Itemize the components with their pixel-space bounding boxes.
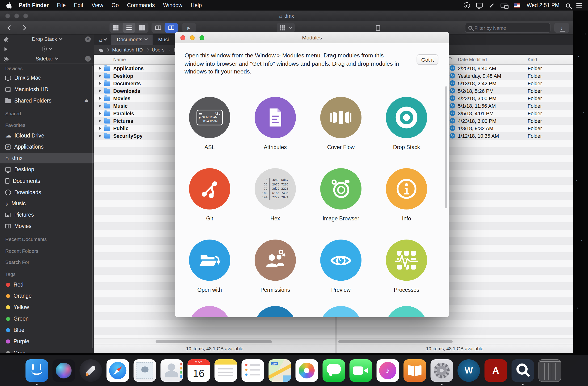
close-dialog-button[interactable] xyxy=(180,35,185,40)
module-partial-3[interactable] xyxy=(311,306,371,317)
sidebar-tag-blue[interactable]: Blue xyxy=(0,325,94,336)
pen-status-icon[interactable] xyxy=(490,3,494,8)
scrollbar-thumb[interactable] xyxy=(338,340,453,343)
system-preferences-dock-icon[interactable] xyxy=(430,359,453,382)
module-git[interactable]: Git xyxy=(180,168,239,222)
module-processes[interactable]: Processes xyxy=(377,240,437,293)
displays-status-icon[interactable] xyxy=(501,3,507,8)
sidebar-tag-green[interactable]: Green xyxy=(0,314,94,324)
sidebar-scrollbar[interactable] xyxy=(92,66,93,348)
module-preview[interactable]: Preview xyxy=(311,240,371,293)
download-button[interactable]: ↓ xyxy=(554,23,569,33)
sidebar-tag-purple[interactable]: Purple xyxy=(0,336,94,346)
itunes-dock-icon[interactable]: ♪ xyxy=(377,359,399,382)
menu-clock[interactable]: Wed 2:51 PM xyxy=(527,2,559,8)
quicktime-dock-icon[interactable] xyxy=(512,359,534,382)
dialog-scrollbar[interactable] xyxy=(445,87,447,209)
view-options-dropdown[interactable] xyxy=(277,23,295,33)
module-attributes[interactable]: Attributes xyxy=(245,97,305,150)
contacts-dock-icon[interactable] xyxy=(160,359,183,382)
sidebar-item-dmxs-mac[interactable]: Dmx's Mac xyxy=(0,72,94,83)
filter-field[interactable] xyxy=(465,23,550,33)
facetime-dock-icon[interactable] xyxy=(349,359,372,382)
sidebar-item-applications[interactable]: AApplications xyxy=(0,141,94,152)
disclosure-triangle-icon[interactable] xyxy=(99,119,102,122)
sidebar-tag-orange[interactable]: Orange xyxy=(0,291,94,301)
column-date-modified[interactable]: Date Modified xyxy=(458,57,487,62)
sidebar-item-music[interactable]: ♪Music xyxy=(0,198,94,209)
spotlight-search-icon[interactable] xyxy=(566,3,570,7)
close-panel-icon[interactable]: × xyxy=(85,36,91,42)
minimize-window-button[interactable] xyxy=(14,13,19,19)
disclosure-triangle-icon[interactable] xyxy=(99,89,102,92)
back-button[interactable] xyxy=(4,23,16,33)
list-view-button[interactable] xyxy=(123,23,135,33)
column-name[interactable]: Name xyxy=(113,57,126,62)
launchpad-dock-icon[interactable] xyxy=(80,359,102,382)
location-status-icon[interactable] xyxy=(464,2,470,8)
icon-view-button[interactable] xyxy=(109,23,123,33)
module-info[interactable]: Info xyxy=(377,168,437,222)
display-status-icon[interactable] xyxy=(476,3,483,8)
disclosure-triangle-icon[interactable] xyxy=(99,135,102,137)
sidebar-item-pictures[interactable]: Pictures xyxy=(0,209,94,220)
module-image-browser[interactable]: Image Browser xyxy=(311,168,371,222)
sidebar-tag-yellow[interactable]: Yellow xyxy=(0,302,94,313)
clipboard-button[interactable] xyxy=(372,23,384,33)
sidebar-tag-gray[interactable]: Gray xyxy=(0,348,94,353)
us-flag-icon[interactable] xyxy=(514,3,520,7)
apple-menu-icon[interactable] xyxy=(6,2,12,8)
menu-help[interactable]: Help xyxy=(186,2,206,8)
trash-dock-icon[interactable] xyxy=(538,359,561,382)
gear-icon[interactable] xyxy=(4,57,9,62)
disclosure-triangle-icon[interactable] xyxy=(99,97,102,100)
module-open-with[interactable]: Open with xyxy=(180,240,239,293)
calendar-dock-icon[interactable]: MAY16 xyxy=(188,359,210,382)
zoom-dialog-button[interactable] xyxy=(199,35,204,40)
sidebar-item-desktop[interactable]: Desktop xyxy=(0,164,94,175)
module-cover-flow[interactable]: Cover Flow xyxy=(311,97,371,150)
sidebar-item-shared-folders[interactable]: Shared Folders⏏ xyxy=(0,95,94,106)
module-asl[interactable]: ASL ▶08:24:12 AM 08:24:12 AM ASL xyxy=(180,97,239,150)
disclosure-triangle-icon[interactable] xyxy=(99,112,102,115)
w-app-dock-icon[interactable]: W xyxy=(458,359,480,382)
dialog-title-bar[interactable]: Modules xyxy=(175,32,449,43)
section-recent-folders[interactable]: Recent Folders xyxy=(5,248,38,254)
notification-center-icon[interactable] xyxy=(576,3,582,4)
sidebar-item-downloads[interactable]: ↓Downloads xyxy=(0,187,94,198)
zoom-window-button[interactable] xyxy=(23,13,28,19)
disclosure-triangle-icon[interactable] xyxy=(99,67,102,70)
section-recent-documents[interactable]: Recent Documents xyxy=(5,236,47,242)
disclosure-triangle-icon[interactable] xyxy=(99,74,102,77)
breadcrumb-macintosh-hd[interactable]: Macintosh HD xyxy=(112,47,143,53)
reminders-dock-icon[interactable] xyxy=(241,359,264,382)
menu-view[interactable]: View xyxy=(87,2,108,8)
window-title-bar[interactable]: ⌂ dmx xyxy=(0,10,573,21)
column-kind[interactable]: Kind xyxy=(528,57,537,62)
tab-music[interactable]: Musi xyxy=(153,34,174,45)
gear-icon[interactable] xyxy=(4,37,9,42)
messages-dock-icon[interactable] xyxy=(323,359,345,382)
maps-dock-icon[interactable]: 280 xyxy=(269,359,291,382)
minimize-dialog-button[interactable] xyxy=(190,35,195,40)
module-partial-4[interactable] xyxy=(377,306,437,317)
disclosure-triangle-icon[interactable] xyxy=(99,104,102,108)
sidebar-tag-red[interactable]: Red xyxy=(0,279,94,290)
siri-dock-icon[interactable] xyxy=(52,359,75,382)
adobe-acrobat-dock-icon[interactable]: A xyxy=(484,359,507,382)
app-menu-title[interactable]: Path Finder xyxy=(15,2,53,8)
eject-icon[interactable]: ⏏ xyxy=(84,98,88,103)
scrollbar-thumb[interactable] xyxy=(156,340,272,343)
play-button[interactable]: ▶ xyxy=(182,23,196,33)
close-panel-icon[interactable]: × xyxy=(85,56,91,62)
menu-file[interactable]: File xyxy=(53,2,70,8)
drop-stack-controls[interactable] xyxy=(0,45,94,54)
horizontal-scrollbar[interactable] xyxy=(336,339,573,344)
disclosure-triangle-icon[interactable] xyxy=(99,127,102,130)
filter-input[interactable] xyxy=(474,25,542,31)
apple-breadcrumb-icon[interactable] xyxy=(99,47,103,52)
breadcrumb-users[interactable]: Users xyxy=(152,47,165,53)
menu-commands[interactable]: Commands xyxy=(123,2,159,8)
forward-button[interactable] xyxy=(18,23,29,33)
single-pane-button[interactable] xyxy=(151,23,165,33)
